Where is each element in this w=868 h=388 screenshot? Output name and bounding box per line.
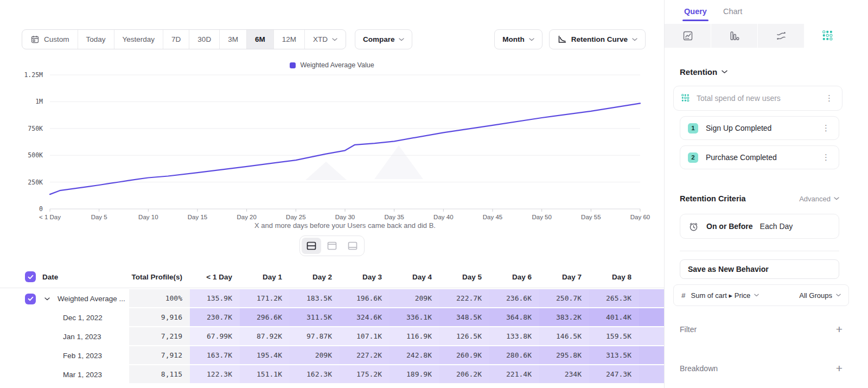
date-range-xtd[interactable]: XTD [304,30,346,49]
retention-value-cell[interactable]: 280.6K [489,346,539,365]
behavior-step-card[interactable]: 2Purchase Completed⋮ [680,145,839,169]
retention-value-cell[interactable]: 126.5K [439,327,489,346]
retention-value-cell[interactable]: 236.6K [489,289,539,308]
retention-value-cell[interactable]: 87.92K [240,327,290,346]
all-groups-label: All Groups [799,291,832,300]
table-header-row: DateTotal Profile(s)< 1 DayDay 1Day 2Day… [0,266,664,288]
retention-value-cell[interactable]: 196.6K [340,289,390,308]
all-groups-dropdown[interactable]: All Groups [799,291,841,300]
retention-dropdown[interactable]: Retention [680,67,727,77]
measurement-tab-retention[interactable] [805,24,851,48]
view-toggle-split-chart-table[interactable] [302,238,321,254]
behavior-step-card[interactable]: 1Sign Up Completed⋮ [680,116,839,140]
checkbox-checked[interactable] [25,271,36,282]
retention-value-cell[interactable]: 296.6K [240,308,290,327]
retention-value-cell[interactable]: 122.3K [190,365,240,384]
granularity-button[interactable]: Month [494,29,542,49]
retention-value-cell[interactable]: 162.3K [290,365,340,384]
retention-value-cell[interactable]: 107.1K [340,327,390,346]
retention-value-cell[interactable]: 250.7K [539,289,589,308]
retention-value-cell[interactable]: 116.9K [390,327,439,346]
retention-value-cell[interactable]: 222.7K [439,289,489,308]
retention-value-cell[interactable]: 260.9K [439,346,489,365]
retention-value-cell[interactable]: 209K [290,346,340,365]
x-axis-tick-label: Day 5 [91,214,107,220]
kebab-menu-icon[interactable]: ⋮ [821,123,831,133]
advanced-dropdown[interactable]: Advanced [799,195,839,203]
date-range-custom[interactable]: Custom [22,30,78,49]
property-dropdown[interactable]: Sum of cart ▸ Price [691,291,760,300]
retention-value-cell[interactable]: 230.7K [190,308,240,327]
date-range-12m[interactable]: 12M [273,30,304,49]
retention-value-cell[interactable]: 247.3K [589,365,639,384]
retention-value-cell[interactable]: 97.87K [290,327,340,346]
retention-value-cell[interactable]: 206.2K [439,365,489,384]
retention-value-cell[interactable]: 295.8K [539,346,589,365]
add-breakdown-button[interactable]: + [836,362,843,374]
tab-chart[interactable]: Chart [723,7,742,16]
retention-value-cell[interactable]: 159.5K [589,327,639,346]
retention-value-cell[interactable]: 383.2K [539,308,589,327]
pane-bottom-icon [348,241,358,250]
date-range-label: Custom [44,35,69,43]
retention-value-cell[interactable]: 227.2K [340,346,390,365]
retention-value-cell[interactable]: 364.8K [489,308,539,327]
measurement-tab-funnels[interactable] [711,24,758,48]
retention-value-cell[interactable]: 265.3K [589,289,639,308]
retention-value-cell[interactable]: 242.8K [390,346,439,365]
retention-value-cell[interactable]: 313.5K [589,346,639,365]
retention-value-cell[interactable]: 336.1K [390,308,439,327]
expand-chevron-icon[interactable] [44,297,50,301]
measurement-tab-insights[interactable] [665,24,711,48]
retention-value-cell-clipped [639,365,664,384]
retention-value-cell[interactable]: 146.5K [539,327,589,346]
property-label: Sum of cart ▸ Price [691,291,751,300]
chart-type-button[interactable]: Retention Curve [549,29,646,49]
retention-value-cell[interactable]: 183.5K [290,289,340,308]
date-range-7d[interactable]: 7D [163,30,189,49]
retention-value-cell[interactable]: 133.8K [489,327,539,346]
add-filter-button[interactable]: + [836,323,843,335]
retention-value-cell[interactable]: 163.7K [190,346,240,365]
row-label-cell: Weighted Average ... [0,289,129,308]
date-range-6m[interactable]: 6M [246,30,273,49]
retention-value-cell[interactable]: 67.99K [190,327,240,346]
x-axis-tick-label: Day 50 [532,214,551,220]
kebab-menu-icon[interactable]: ⋮ [821,152,831,162]
date-range-today[interactable]: Today [78,30,114,49]
date-range-30d[interactable]: 30D [189,30,219,49]
kebab-menu-icon[interactable]: ⋮ [824,93,834,103]
retention-value-cell[interactable]: 151.1K [240,365,290,384]
retention-value-cell[interactable]: 171.2K [240,289,290,308]
retention-value-cell[interactable]: 175.2K [340,365,390,384]
retention-value-cell[interactable]: 348.5K [439,308,489,327]
column-header: Day 1 [240,266,290,288]
retention-value-cell[interactable]: 401.4K [589,308,639,327]
date-range-label: 6M [255,35,265,43]
retention-value-cell[interactable]: 311.5K [290,308,340,327]
chevron-down-icon [632,38,637,41]
view-toggle-pane-top[interactable] [322,238,342,254]
y-axis-tick-label: 750K [28,125,43,132]
retention-value-cell[interactable]: 135.9K [190,289,240,308]
date-range-yesterday[interactable]: Yesterday [114,30,163,49]
save-as-new-behavior-button[interactable]: Save as New Behavior [680,259,839,279]
measurement-tab-flows[interactable] [758,24,805,48]
retention-value-cell[interactable]: 324.6K [340,308,390,327]
compare-button[interactable]: Compare [355,29,413,49]
retention-value-cell[interactable]: 209K [390,289,439,308]
tab-query[interactable]: Query [684,7,707,16]
retention-criteria-card[interactable]: On or Before Each Day [680,214,839,239]
panel-tabs: Query Chart [684,0,742,23]
row-label: Weighted Average ... [58,295,125,303]
retention-value-cell[interactable]: 234K [539,365,589,384]
retention-value-cell[interactable]: 221.4K [489,365,539,384]
date-range-3m[interactable]: 3M [219,30,246,49]
retention-value-cell[interactable]: 189.9K [390,365,439,384]
behavior-card[interactable]: Total spend of new users ⋮ [673,86,843,111]
checkbox-checked[interactable] [25,294,36,304]
retention-steps-icon [681,94,690,103]
retention-curve-line[interactable] [50,103,640,194]
retention-value-cell[interactable]: 195.4K [240,346,290,365]
view-toggle-pane-bottom[interactable] [343,238,362,254]
